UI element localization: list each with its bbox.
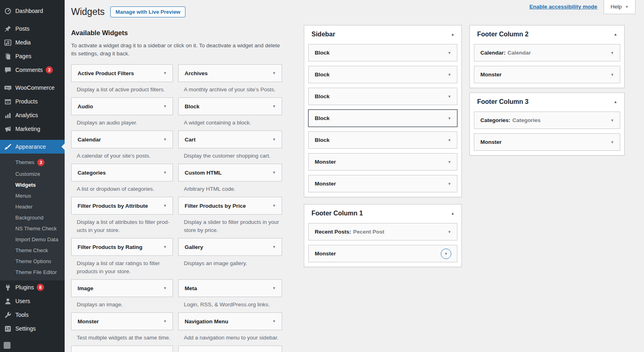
widget-card-filter-products-by-rating[interactable]: Filter Products by Rating▼ [71,238,173,256]
chevron-down-icon[interactable]: ▼ [272,104,276,108]
chevron-down-icon[interactable]: ▼ [448,160,451,164]
sidebar-item-woocommerce[interactable]: Woo WooCommerce [0,81,65,95]
chevron-down-icon[interactable]: ▼ [163,71,167,75]
widget-card-archives[interactable]: Archives▼ [178,64,282,82]
chevron-down-icon[interactable]: ▼ [163,319,167,323]
widget-card-partial[interactable] [71,346,173,352]
help-button[interactable]: Help ▼ [604,0,636,14]
placed-widget-monster[interactable]: Monster▼ [308,153,457,171]
chevron-up-icon[interactable]: ▲ [614,32,617,36]
widget-card-image[interactable]: Image▼ [71,279,173,297]
chevron-down-icon[interactable]: ▼ [163,171,167,175]
widget-area-footer-column-1-header[interactable]: Footer Column 1 ▲ [304,204,461,222]
sidebar-item-posts[interactable]: Posts [0,22,65,36]
submenu-item-theme-file-editor[interactable]: Theme File Editor [0,267,65,278]
widget-card-meta[interactable]: Meta▼ [178,279,282,297]
submenu-item-background[interactable]: Background [0,212,65,223]
widget-area-footer-column-3-header[interactable]: Footer Column 3 ▲ [470,93,624,110]
manage-live-preview-button[interactable]: Manage with Live Preview [110,6,185,17]
widget-card-filter-products-by-attribute[interactable]: Filter Products by Attribute▼ [71,197,173,215]
chevron-down-icon[interactable]: ▼ [448,182,451,186]
chevron-down-icon[interactable]: ▼ [272,171,276,175]
placed-widget-recent-posts[interactable]: Recent Posts:Pecent Post ▼ [308,223,457,240]
widget-card-monster[interactable]: Monster▼ [71,312,173,330]
chevron-down-icon[interactable]: ▼ [448,51,451,55]
chevron-down-icon[interactable]: ▼ [610,118,614,122]
widget-card-navigation-menu[interactable]: Navigation Menu▼ [178,312,282,330]
widget-card-filter-products-by-price[interactable]: Filter Products by Price▼ [178,197,282,215]
accessibility-mode-link[interactable]: Enable accessibility mode [529,4,597,10]
placed-widget-block-highlighted[interactable]: Block▼ [308,110,457,127]
placed-widget-monster-focused[interactable]: Monster ▼ [308,245,457,262]
widget-card-custom-html[interactable]: Custom HTML▼ [178,164,282,181]
chevron-down-icon[interactable]: ▼ [610,140,614,144]
placed-widget-block[interactable]: Block▼ [308,131,457,149]
sidebar-item-users[interactable]: Users [0,294,65,308]
chevron-down-icon[interactable]: ▼ [272,71,276,75]
chevron-down-icon[interactable]: ▼ [163,286,167,290]
chevron-down-icon[interactable]: ▼ [448,230,451,234]
submenu-item-import-demo-data[interactable]: Import Demo Data [0,234,65,245]
chevron-down-icon[interactable]: ▼ [448,138,451,142]
chevron-down-icon[interactable]: ▼ [272,137,276,141]
placed-widget-categories[interactable]: Categories:Categories ▼ [474,112,620,129]
placed-widget-monster[interactable]: Monster▼ [474,66,620,83]
widget-card-active-product-filters[interactable]: Active Product Filters▼ [71,64,173,82]
sidebar-item-marketing[interactable]: Marketing [0,122,65,136]
widget-area-sidebar-header[interactable]: Sidebar ▲ [304,25,461,43]
sidebar-item-appearance[interactable]: Appearance [0,140,65,154]
widget-card-gallery[interactable]: Gallery▼ [178,238,282,256]
submenu-item-menus[interactable]: Menus [0,190,65,201]
submenu-item-widgets[interactable]: Widgets [0,179,65,190]
chevron-down-icon[interactable]: ▼ [163,137,167,141]
chevron-down-icon[interactable]: ▼ [163,245,167,249]
widget-card-categories[interactable]: Categories▼ [71,164,173,181]
chevron-down-icon[interactable]: ▼ [448,95,451,99]
widget-area-footer-column-2-header[interactable]: Footer Column 2 ▲ [470,25,624,43]
sidebar-item-partial[interactable] [0,339,65,352]
chevron-up-icon[interactable]: ▲ [451,211,455,215]
sidebar-item-products[interactable]: Products [0,95,65,108]
chevron-down-icon[interactable]: ▼ [610,73,614,77]
chevron-down-icon[interactable]: ▼ [272,286,276,290]
sidebar-item-comments[interactable]: Comments 3 [0,63,65,77]
submenu-item-themes[interactable]: Themes3 [0,156,65,169]
placed-widget-block[interactable]: Block▼ [308,88,457,105]
submenu-item-theme-options[interactable]: Theme Options [0,256,65,267]
chevron-up-icon[interactable]: ▲ [614,100,617,104]
submenu-item-header[interactable]: Header [0,201,65,212]
sidebar-item-tools[interactable]: Tools [0,308,65,322]
placed-widget-monster[interactable]: Monster▼ [474,133,620,151]
menu-separator [0,77,65,81]
placed-widget-block[interactable]: Block▼ [308,66,457,83]
sidebar-item-dashboard[interactable]: Dashboard [0,4,65,18]
widget-card-calendar[interactable]: Calendar▼ [71,131,173,148]
chevron-down-icon[interactable]: ▼ [163,204,167,208]
sidebar-item-media[interactable]: Media [0,36,65,49]
sidebar-item-settings[interactable]: Settings [0,322,65,335]
submenu-item-ns-theme-check[interactable]: NS Theme Check [0,223,65,234]
chevron-down-icon[interactable]: ▼ [448,73,451,77]
page-title: Widgets [71,6,105,18]
chevron-down-icon[interactable]: ▼ [610,51,614,55]
widget-card-block[interactable]: Block▼ [178,97,282,115]
chevron-down-icon[interactable]: ▼ [272,319,276,323]
submenu-item-customize[interactable]: Customize [0,169,65,179]
sidebar-item-plugins[interactable]: Plugins 8 [0,280,65,294]
placed-widget-calendar[interactable]: Calendar:Calendar ▼ [474,44,620,61]
chevron-down-icon[interactable]: ▼ [272,245,276,249]
sidebar-item-label: WooCommerce [15,84,55,91]
chevron-down-icon[interactable]: ▼ [272,204,276,208]
placed-widget-monster[interactable]: Monster▼ [308,175,457,192]
chevron-up-icon[interactable]: ▲ [451,32,455,36]
chevron-down-icon[interactable]: ▼ [163,104,167,108]
widget-card-cart[interactable]: Cart▼ [178,131,282,148]
widget-card-partial[interactable] [178,346,282,352]
sidebar-item-analytics[interactable]: Analytics [0,108,65,122]
sidebar-item-pages[interactable]: Pages [0,49,65,63]
placed-widget-block[interactable]: Block▼ [308,44,457,61]
chevron-down-icon[interactable]: ▼ [448,116,451,120]
submenu-item-theme-check[interactable]: Theme Check [0,245,65,256]
focused-toggle-ring[interactable]: ▼ [441,249,451,259]
widget-card-audio[interactable]: Audio▼ [71,97,173,115]
